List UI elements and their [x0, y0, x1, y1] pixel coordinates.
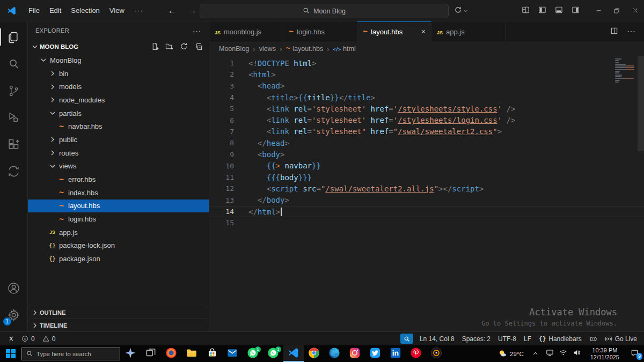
code-line-11[interactable]: 11 {{{body}}}: [209, 172, 644, 183]
sync-status[interactable]: [454, 6, 469, 16]
activity-account[interactable]: [0, 275, 28, 301]
tree-item-package-lock-json[interactable]: {}package-lock.json: [28, 239, 209, 253]
activity-search[interactable]: [0, 50, 28, 77]
menu-edit[interactable]: Edit: [45, 4, 66, 18]
taskbar-app-mail[interactable]: [222, 345, 243, 362]
tab-moonblog-js[interactable]: JSmoonblog.js: [209, 21, 283, 42]
taskbar-app-file-explorer[interactable]: [181, 345, 202, 362]
breadcrumb-views[interactable]: views: [259, 45, 276, 53]
code-line-14[interactable]: 14</html>: [209, 206, 644, 217]
tree-item-partials[interactable]: partials: [28, 107, 209, 120]
tray-expand-button[interactable]: [529, 351, 541, 357]
pc-icon[interactable]: [546, 349, 554, 359]
breadcrumb-moonblog[interactable]: MoonBlog: [219, 45, 249, 53]
panel-left-icon[interactable]: [538, 6, 546, 16]
vertical-scrollbar[interactable]: [638, 56, 644, 151]
code-line-13[interactable]: 13 </body>: [209, 195, 644, 206]
taskbar-app-edge[interactable]: [324, 345, 345, 362]
tab-layout-hbs[interactable]: ~layout.hbs×: [357, 21, 431, 42]
status-remote-indicator[interactable]: [3, 332, 18, 345]
weather-widget[interactable]: 29°C: [492, 345, 529, 362]
tree-item-node-modules[interactable]: node_modules: [28, 93, 209, 107]
tree-item-layout-hbs[interactable]: ~layout.hbs: [28, 200, 209, 213]
status-cursor-position[interactable]: Ln 14, Col 8: [416, 332, 458, 345]
action-center-button[interactable]: 9: [625, 345, 644, 362]
outline-section[interactable]: OUTLINE: [28, 306, 209, 319]
status-warnings[interactable]: 0: [39, 332, 60, 345]
taskbar-clock[interactable]: 10:39 PM 12/11/2025: [585, 347, 625, 361]
taskbar-app-task-view[interactable]: [141, 345, 161, 362]
new-folder-icon[interactable]: [165, 42, 173, 51]
status-copilot[interactable]: [586, 332, 601, 345]
status-indentation[interactable]: Spaces: 2: [458, 332, 494, 345]
taskbar-search[interactable]: Type here to search: [21, 348, 120, 360]
breadcrumb-layout-hbs[interactable]: ~layout.hbs: [286, 45, 323, 53]
tree-item-package-json[interactable]: {}package.json: [28, 252, 209, 265]
code-editor[interactable]: 1<!DOCTYPE html>2<html>3 <head>4 <title>…: [209, 56, 644, 331]
tree-item-index-hbs[interactable]: ~index.hbs: [28, 186, 209, 200]
status-go-live[interactable]: Go Live: [601, 332, 641, 345]
timeline-section[interactable]: TIMELINE: [28, 319, 209, 331]
menu-view[interactable]: View: [105, 4, 129, 18]
code-line-5[interactable]: 5 <link rel='stylesheet' href='/styleshe…: [209, 103, 644, 114]
code-line-8[interactable]: 8 </head>: [209, 137, 644, 149]
taskbar-app-store[interactable]: [202, 345, 222, 362]
breadcrumb-html[interactable]: </>html: [333, 45, 356, 53]
new-file-icon[interactable]: [151, 42, 159, 51]
workspace-section-header[interactable]: MOON BLOG: [28, 40, 209, 54]
wifi-icon[interactable]: [559, 349, 567, 359]
tree-item-app-js[interactable]: JSapp.js: [28, 226, 209, 239]
code-line-10[interactable]: 10 {{> navbar}}: [209, 160, 644, 172]
code-line-2[interactable]: 2<html>: [209, 69, 644, 80]
tab-login-hbs[interactable]: ~login.hbs: [283, 21, 357, 42]
activity-run-debug[interactable]: [0, 104, 28, 131]
menu-more-button[interactable]: ···: [129, 6, 149, 14]
activity-explorer[interactable]: [0, 24, 28, 50]
volume-icon[interactable]: [573, 349, 581, 359]
close-tab-icon[interactable]: ×: [421, 28, 426, 35]
taskbar-app-whatsapp-business[interactable]: 1: [263, 345, 283, 362]
code-line-6[interactable]: 6 <link rel='stylesheet' href='/styleshe…: [209, 114, 644, 125]
code-line-3[interactable]: 3 <head>: [209, 80, 644, 92]
taskbar-app-whatsapp[interactable]: 1: [243, 345, 263, 362]
start-button[interactable]: [0, 345, 21, 362]
tab-app-js[interactable]: JSapp.js: [431, 21, 506, 42]
command-center-search[interactable]: Moon Blog: [200, 4, 449, 18]
tree-item-routes[interactable]: routes: [28, 146, 209, 160]
code-line-15[interactable]: 15: [209, 217, 644, 228]
taskbar-app-media-player[interactable]: [426, 345, 447, 362]
tree-item-navbar-hbs[interactable]: ~navbar.hbs: [28, 120, 209, 133]
menu-file[interactable]: File: [24, 4, 45, 18]
status-encoding[interactable]: UTF-8: [494, 332, 520, 345]
panel-right-icon[interactable]: [572, 6, 580, 16]
tree-item-moonblog[interactable]: MoonBlog: [28, 54, 209, 67]
taskbar-app-copilot-star[interactable]: [120, 345, 141, 362]
activity-settings[interactable]: 1: [0, 301, 28, 328]
tree-item-views[interactable]: views: [28, 160, 209, 173]
taskbar-app-linkedin[interactable]: [385, 345, 406, 362]
split-editor-button[interactable]: [610, 27, 618, 37]
taskbar-app-chrome[interactable]: [304, 345, 324, 362]
activity-extensions[interactable]: [0, 131, 28, 158]
status-eol[interactable]: LF: [520, 332, 535, 345]
tree-item-error-hbs[interactable]: ~error.hbs: [28, 173, 209, 186]
status-errors[interactable]: 0: [18, 332, 39, 345]
sidebar-more-button[interactable]: ···: [193, 27, 201, 35]
code-line-7[interactable]: 7 <link rel='stylesheet" href="/swal/swe…: [209, 126, 644, 137]
code-line-9[interactable]: 9 <body>: [209, 149, 644, 160]
activity-source-control[interactable]: [0, 77, 28, 104]
maximize-button[interactable]: [608, 0, 626, 21]
menu-selection[interactable]: Selection: [66, 4, 104, 18]
close-button[interactable]: [626, 0, 644, 21]
status-language-mode[interactable]: {}Handlebars: [535, 332, 586, 345]
status-zoom-indicator[interactable]: [400, 334, 413, 344]
panel-bottom-icon[interactable]: [555, 6, 563, 16]
tree-item-models[interactable]: models: [28, 80, 209, 93]
editor-more-button[interactable]: ···: [627, 27, 635, 36]
layout-grid-icon[interactable]: [522, 6, 530, 16]
tree-item-login-hbs[interactable]: ~login.hbs: [28, 212, 209, 226]
tree-item-public[interactable]: public: [28, 133, 209, 146]
back-button[interactable]: ←: [168, 6, 177, 16]
taskbar-app-instagram[interactable]: [345, 345, 365, 362]
collapse-all-icon[interactable]: [194, 42, 202, 51]
